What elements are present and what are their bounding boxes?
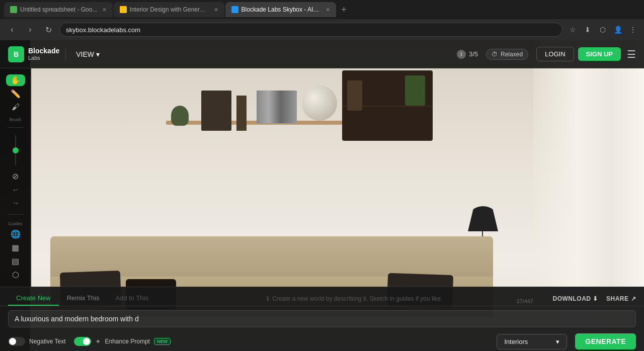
prompt-input[interactable] bbox=[8, 310, 636, 327]
brush-size-slider[interactable] bbox=[15, 135, 16, 165]
tab-3-favicon bbox=[231, 6, 238, 13]
tab-3[interactable]: Blockade Labs Skybox - AI-G... × bbox=[225, 2, 336, 17]
new-tab-button[interactable]: + bbox=[337, 3, 351, 17]
credits-icon: ℹ bbox=[457, 50, 466, 59]
tab-2-favicon bbox=[120, 6, 127, 13]
tab-create-new[interactable]: Create New bbox=[8, 291, 59, 306]
generate-button[interactable]: GENERATE bbox=[575, 333, 636, 349]
negative-text-label: Negative Text bbox=[29, 338, 66, 345]
redo-button[interactable]: ↪ bbox=[6, 198, 25, 209]
hint-icon: ℹ bbox=[267, 295, 269, 302]
grid-tool-button[interactable]: ▦ bbox=[6, 242, 25, 253]
redo-icon: ↪ bbox=[13, 200, 18, 207]
bottom-panel: Create New Remix This Add to This ℹ Crea… bbox=[0, 287, 644, 351]
share-button[interactable]: SHARE ↗ bbox=[606, 295, 636, 302]
select-tool-button[interactable]: ✋ bbox=[6, 74, 25, 86]
layers-tool-button[interactable]: ▤ bbox=[6, 255, 25, 267]
tab-1-title: Untitled spreadsheet - Goo... bbox=[20, 6, 97, 13]
hamburger-menu-icon[interactable]: ☰ bbox=[627, 48, 636, 60]
enhance-prompt-label: Enhance Prompt bbox=[105, 338, 150, 345]
share-label: SHARE bbox=[606, 295, 629, 302]
download-button[interactable]: DOWNLOAD ⬇ bbox=[552, 295, 598, 302]
layers-icon: ▤ bbox=[12, 256, 19, 266]
no-symbol-icon: ⊘ bbox=[12, 171, 19, 181]
undo-button[interactable]: ↩ bbox=[6, 184, 25, 196]
char-count: 37/447 bbox=[516, 298, 533, 304]
more-icon[interactable]: ⋮ bbox=[627, 24, 639, 36]
enhance-prompt-toggle-group: ✦ Enhance Prompt NEW bbox=[74, 337, 171, 346]
address-text: skybox.blockadelabs.com bbox=[66, 26, 140, 34]
shapes-icon: ⬡ bbox=[12, 270, 19, 280]
style-select[interactable]: Interiors ▾ bbox=[497, 334, 567, 349]
tab-2-close[interactable]: × bbox=[214, 6, 218, 14]
brush-label: Brush bbox=[10, 117, 22, 122]
profile-icon[interactable]: 👤 bbox=[612, 24, 624, 36]
logo: B Blockade Labs bbox=[8, 46, 59, 62]
credits-text: 3/5 bbox=[469, 50, 478, 58]
enhance-icon: ✦ bbox=[95, 337, 101, 345]
relaxed-badge: ⏱ Relaxed bbox=[486, 49, 528, 60]
address-bar[interactable]: skybox.blockadelabs.com bbox=[59, 23, 562, 37]
credits-badge: ℹ 3/5 bbox=[457, 50, 478, 59]
download-label: DOWNLOAD bbox=[552, 295, 591, 302]
negative-text-toggle[interactable] bbox=[8, 337, 25, 346]
grid-icon: ▦ bbox=[12, 243, 19, 252]
shelf-item-2 bbox=[236, 96, 247, 131]
tab-remix-this[interactable]: Remix This bbox=[59, 291, 108, 306]
globe-icon: 🌐 bbox=[11, 229, 21, 239]
shelf-books bbox=[257, 91, 297, 123]
tab-3-title: Blockade Labs Skybox - AI-G... bbox=[242, 6, 321, 13]
tab-2-title: Interior Design with Generati... bbox=[130, 6, 209, 13]
logo-icon: B bbox=[8, 46, 24, 62]
signup-button[interactable]: SIGN UP bbox=[578, 47, 621, 61]
pencil-icon: ✏️ bbox=[11, 89, 21, 99]
tab-2[interactable]: Interior Design with Generati... × bbox=[114, 2, 224, 17]
style-chevron-icon: ▾ bbox=[556, 338, 559, 345]
app-content: B Blockade Labs VIEW ▾ ℹ 3/5 ⏱ Relaxed L… bbox=[0, 40, 644, 351]
address-bar-row: ‹ › ↻ skybox.blockadelabs.com ☆ ⬇ ⬡ 👤 ⋮ bbox=[0, 19, 644, 40]
download-icon: ⬇ bbox=[593, 295, 598, 302]
reload-button[interactable]: ↻ bbox=[41, 23, 55, 37]
relaxed-icon: ⏱ bbox=[492, 51, 498, 58]
view-button[interactable]: VIEW ▾ bbox=[72, 48, 104, 60]
sphere-decoration bbox=[302, 85, 337, 121]
brand-name-line2: Labs bbox=[28, 55, 59, 61]
forward-button[interactable]: › bbox=[23, 23, 37, 37]
tab-1[interactable]: Untitled spreadsheet - Goo... × bbox=[4, 2, 113, 17]
left-toolbar: ✋ ✏️ 🖌 Brush ⊘ ↩ ↪ Guides 🌐 ▦ bbox=[0, 68, 31, 287]
brush-tool-button[interactable]: 🖌 bbox=[6, 102, 25, 113]
pencil-tool-button[interactable]: ✏️ bbox=[6, 88, 25, 100]
browser-chrome: Untitled spreadsheet - Goo... × Interior… bbox=[0, 0, 644, 40]
relaxed-label: Relaxed bbox=[501, 51, 523, 58]
style-selected-label: Interiors bbox=[504, 338, 528, 345]
bookmark-icon[interactable]: ☆ bbox=[567, 24, 579, 36]
extensions-icon[interactable]: ⬡ bbox=[597, 24, 609, 36]
new-badge: NEW bbox=[154, 338, 171, 345]
bottom-controls: Negative Text ✦ Enhance Prompt NEW Inter… bbox=[0, 331, 644, 351]
undo-icon: ↩ bbox=[13, 187, 18, 194]
brand-name-line1: Blockade bbox=[28, 47, 59, 55]
tab-add-to-this[interactable]: Add to This bbox=[107, 291, 156, 306]
guides-label: Guides bbox=[8, 221, 23, 226]
negative-text-toggle-group: Negative Text bbox=[8, 337, 66, 346]
shelf-pot bbox=[171, 106, 189, 126]
back-button[interactable]: ‹ bbox=[5, 23, 19, 37]
download-browser-icon[interactable]: ⬇ bbox=[582, 24, 594, 36]
shapes-tool-button[interactable]: ⬡ bbox=[6, 269, 25, 281]
tab-1-close[interactable]: × bbox=[102, 6, 106, 14]
shelf-item-1 bbox=[201, 91, 231, 131]
tab-bar: Untitled spreadsheet - Goo... × Interior… bbox=[0, 0, 644, 19]
no-symbol-button[interactable]: ⊘ bbox=[6, 170, 25, 182]
brush-icon: 🖌 bbox=[12, 103, 20, 112]
globe-tool-button[interactable]: 🌐 bbox=[6, 228, 25, 240]
hint-text: ℹ Create a new world by describing it. S… bbox=[156, 295, 553, 302]
tab-3-close[interactable]: × bbox=[326, 6, 330, 14]
share-icon: ↗ bbox=[631, 295, 636, 302]
view-label: VIEW bbox=[76, 50, 94, 58]
tab-1-favicon bbox=[10, 6, 17, 13]
bottom-tab-bar: Create New Remix This Add to This ℹ Crea… bbox=[0, 287, 644, 306]
enhance-prompt-toggle[interactable] bbox=[74, 337, 91, 346]
hand-icon: ✋ bbox=[11, 75, 21, 85]
login-button[interactable]: LOGIN bbox=[536, 47, 574, 61]
view-chevron-icon: ▾ bbox=[96, 50, 100, 58]
